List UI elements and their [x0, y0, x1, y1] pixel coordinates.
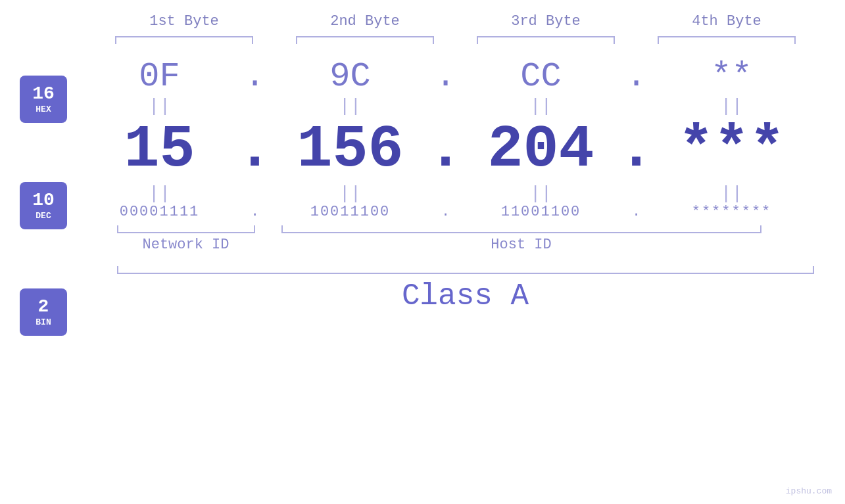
full-bracket [117, 266, 814, 274]
hex-badge: 16 HEX [20, 76, 67, 123]
byte4-label: 4th Byte [648, 13, 806, 30]
bin-row: 00001111 . 10011100 . 11001100 . *******… [51, 204, 840, 220]
byte-headers: 1st Byte 2nd Byte 3rd Byte 4th Byte [94, 13, 817, 30]
content-area: 0F . 9C . CC . ** || || || || 15 . 156 .… [51, 57, 840, 220]
host-bracket [281, 225, 761, 233]
equals-row-1: || || || || [51, 96, 840, 116]
bin-name: BIN [36, 317, 51, 327]
host-id-label: Host ID [281, 237, 761, 253]
bin-val-3: 11001100 [462, 204, 620, 220]
dot-hex-1: . [239, 57, 272, 96]
eq1-4: || [653, 96, 811, 116]
eq1-2: || [272, 96, 429, 116]
bracket-byte1 [115, 36, 253, 44]
network-bracket [117, 225, 255, 233]
dot-bin-3: . [620, 204, 653, 220]
bin-val-4: ******** [653, 204, 811, 220]
eq2-2: || [272, 183, 429, 204]
dot-bin-1: . [239, 204, 272, 220]
eq1-3: || [462, 96, 620, 116]
eq2-3: || [462, 183, 620, 204]
hex-name: HEX [36, 104, 51, 114]
dot-dec-2: . [429, 116, 462, 183]
dec-val-2: 156 [272, 116, 429, 183]
byte3-label: 3rd Byte [467, 13, 625, 30]
dec-val-3: 204 [462, 116, 620, 183]
hex-val-4: ** [653, 57, 811, 96]
bin-val-2: 10011100 [272, 204, 429, 220]
dot-dec-1: . [239, 116, 272, 183]
bin-badge: 2 BIN [20, 288, 67, 336]
main-container: 1st Byte 2nd Byte 3rd Byte 4th Byte 16 H… [0, 0, 845, 504]
hex-row: 0F . 9C . CC . ** [51, 57, 840, 96]
bracket-byte2 [296, 36, 434, 44]
byte2-label: 2nd Byte [286, 13, 444, 30]
hex-val-3: CC [462, 57, 620, 96]
watermark: ipshu.com [786, 486, 832, 496]
hex-val-1: 0F [81, 57, 239, 96]
bottom-brackets [117, 225, 814, 233]
eq2-1: || [81, 183, 239, 204]
bracket-byte3 [477, 36, 615, 44]
eq1-1: || [81, 96, 239, 116]
hex-number: 16 [32, 85, 55, 103]
network-id-label: Network ID [117, 237, 255, 253]
labels-row: Network ID Host ID [117, 237, 814, 253]
dot-bin-2: . [429, 204, 462, 220]
equals-row-2: || || || || [51, 183, 840, 204]
dot-hex-3: . [620, 57, 653, 96]
byte1-label: 1st Byte [105, 13, 263, 30]
dec-name: DEC [36, 211, 51, 221]
bin-number: 2 [38, 298, 49, 316]
hex-val-2: 9C [272, 57, 429, 96]
dot-hex-2: . [429, 57, 462, 96]
dec-number: 10 [32, 191, 55, 210]
bracket-byte4 [658, 36, 796, 44]
bases-column: 16 HEX 10 DEC 2 BIN [20, 76, 67, 336]
eq2-4: || [653, 183, 811, 204]
dec-val-1: 15 [81, 116, 239, 183]
dot-dec-3: . [620, 116, 653, 183]
top-brackets [94, 36, 817, 44]
dec-row: 15 . 156 . 204 . *** [51, 116, 840, 183]
bin-val-1: 00001111 [81, 204, 239, 220]
dec-badge: 10 DEC [20, 182, 67, 229]
dec-val-4: *** [653, 116, 811, 183]
class-label: Class A [117, 279, 814, 313]
